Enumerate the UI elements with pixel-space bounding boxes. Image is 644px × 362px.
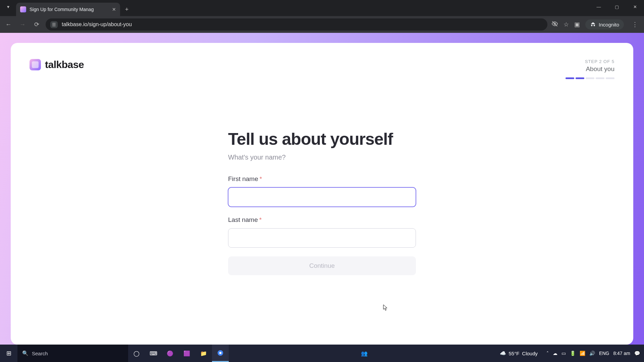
brand-name: talkbase bbox=[45, 59, 84, 70]
progress-seg-4 bbox=[596, 77, 604, 79]
tray-meet-icon[interactable]: ▭ bbox=[561, 351, 566, 356]
system-tray: ˄ ☁ ▭ 🔋 📶 🔊 ENG 8:47 am 💬 bbox=[542, 351, 644, 356]
first-name-input[interactable] bbox=[228, 187, 416, 207]
tray-language[interactable]: ENG bbox=[599, 351, 609, 356]
incognito-icon bbox=[590, 21, 596, 27]
weather-cond: Cloudy bbox=[522, 351, 538, 356]
window-controls: — ▢ ✕ bbox=[590, 0, 644, 13]
task-view-button[interactable]: ◯ bbox=[128, 345, 145, 362]
taskbar-chrome[interactable] bbox=[212, 345, 229, 362]
required-asterisk: * bbox=[259, 216, 262, 223]
browser-tab-active[interactable]: Sign Up for Community Manag ✕ bbox=[16, 3, 120, 16]
tray-volume-icon[interactable]: 🔊 bbox=[589, 351, 595, 356]
tray-clock[interactable]: 8:47 am bbox=[613, 351, 630, 356]
minimize-button[interactable]: — bbox=[590, 0, 608, 13]
forward-button[interactable]: → bbox=[17, 21, 28, 28]
url-text: talkbase.io/sign-up/about-you bbox=[62, 21, 132, 27]
tray-notifications-icon[interactable]: 💬 bbox=[634, 351, 640, 356]
tray-onedrive-icon[interactable]: ☁ bbox=[553, 351, 557, 356]
weather-icon: ☁️ bbox=[500, 350, 506, 356]
step-label: STEP 2 OF 5 bbox=[566, 59, 614, 64]
page-title: Tell us about yourself bbox=[228, 129, 416, 149]
taskbar-app-2[interactable]: 🟪 bbox=[178, 345, 195, 362]
maximize-button[interactable]: ▢ bbox=[608, 0, 626, 13]
continue-button[interactable]: Continue bbox=[228, 256, 416, 275]
signup-card: talkbase STEP 2 OF 5 About you Tell us a… bbox=[11, 43, 633, 345]
taskbar-file-explorer[interactable]: 📁 bbox=[195, 345, 212, 362]
progress-bar bbox=[566, 77, 614, 79]
last-name-input[interactable] bbox=[228, 228, 416, 248]
browser-toolbar: ← → ⟳ ☰ talkbase.io/sign-up/about-you ☆ … bbox=[0, 16, 644, 33]
tab-favicon-icon bbox=[20, 6, 26, 12]
progress-seg-3 bbox=[586, 77, 594, 79]
taskbar-people-icon[interactable]: 👥 bbox=[356, 345, 373, 362]
last-name-label: Last name* bbox=[228, 216, 262, 223]
first-name-label: First name* bbox=[228, 175, 262, 182]
chevron-down-icon: ▾ bbox=[7, 4, 9, 9]
tray-wifi-icon[interactable]: 📶 bbox=[580, 351, 585, 356]
progress-seg-2 bbox=[576, 77, 584, 79]
tab-search-dropdown[interactable]: ▾ bbox=[0, 0, 16, 13]
svg-point-3 bbox=[219, 352, 222, 354]
progress-seg-1 bbox=[566, 77, 574, 79]
brand-logo[interactable]: talkbase bbox=[30, 59, 84, 70]
step-name: About you bbox=[566, 65, 614, 73]
search-placeholder: Search bbox=[32, 351, 48, 356]
page-viewport: talkbase STEP 2 OF 5 About you Tell us a… bbox=[0, 33, 644, 345]
first-name-field: First name* bbox=[228, 175, 416, 207]
tray-battery-icon[interactable]: 🔋 bbox=[570, 351, 576, 356]
reload-button[interactable]: ⟳ bbox=[32, 21, 42, 28]
windows-taskbar: ⊞ 🔍 Search ◯ ⌨ 🟣 🟪 📁 👥 ☁️ 55°F Cloudy ˄ … bbox=[0, 345, 644, 362]
taskbar-app-1[interactable]: 🟣 bbox=[162, 345, 178, 362]
page-subtitle: What's your name? bbox=[228, 154, 416, 161]
incognito-label: Incognito bbox=[599, 22, 619, 27]
new-tab-button[interactable]: + bbox=[120, 3, 133, 16]
site-settings-icon[interactable]: ☰ bbox=[50, 21, 58, 28]
bookmark-icon[interactable]: ☆ bbox=[564, 21, 569, 28]
close-icon[interactable]: ✕ bbox=[112, 7, 116, 12]
brand-mark-icon bbox=[30, 59, 41, 70]
signup-form: Tell us about yourself What's your name?… bbox=[228, 129, 416, 275]
incognito-indicator[interactable]: Incognito bbox=[585, 19, 624, 29]
required-asterisk: * bbox=[260, 175, 262, 182]
close-window-button[interactable]: ✕ bbox=[626, 0, 644, 13]
search-icon: 🔍 bbox=[22, 350, 29, 356]
taskbar-weather[interactable]: ☁️ 55°F Cloudy bbox=[500, 350, 538, 356]
weather-temp: 55°F bbox=[509, 351, 520, 356]
tracking-off-icon[interactable] bbox=[551, 20, 558, 29]
taskbar-cortana-icon[interactable]: ⌨ bbox=[145, 345, 162, 362]
start-button[interactable]: ⊞ bbox=[0, 350, 17, 357]
taskbar-search[interactable]: 🔍 Search bbox=[17, 345, 128, 362]
browser-menu-button[interactable]: ⋮ bbox=[629, 21, 641, 28]
step-indicator: STEP 2 OF 5 About you bbox=[566, 59, 614, 79]
tab-title: Sign Up for Community Manag bbox=[30, 7, 109, 12]
last-name-field: Last name* bbox=[228, 216, 416, 248]
back-button[interactable]: ← bbox=[3, 21, 13, 28]
progress-seg-5 bbox=[606, 77, 614, 79]
address-bar[interactable]: ☰ talkbase.io/sign-up/about-you bbox=[46, 18, 547, 31]
browser-titlebar: ▾ Sign Up for Community Manag ✕ + — ▢ ✕ bbox=[0, 0, 644, 16]
side-panel-icon[interactable]: ▣ bbox=[574, 21, 580, 28]
tray-chevron-icon[interactable]: ˄ bbox=[546, 351, 549, 356]
